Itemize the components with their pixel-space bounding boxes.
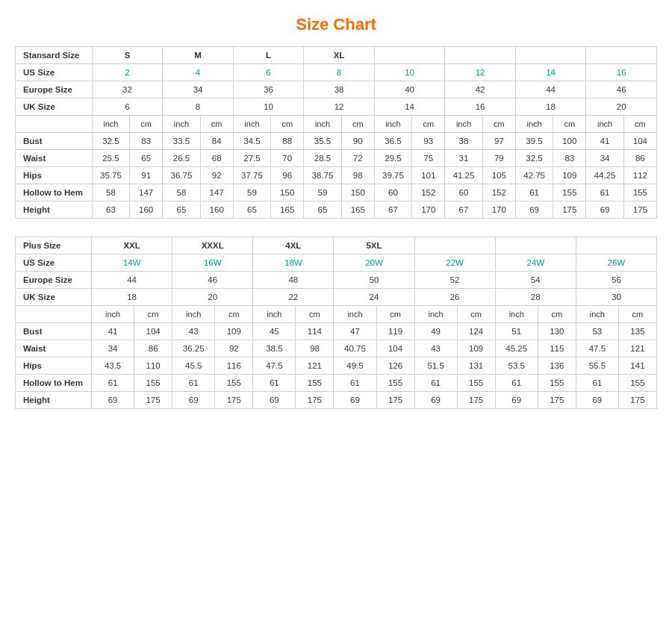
plus-table: Plus Size XXL XXXL 4XL 5XL US Size 14W 1… xyxy=(15,237,657,409)
us-size-label: US Size xyxy=(16,64,93,81)
pho-1: 155 xyxy=(134,375,172,392)
pht-7: 175 xyxy=(376,392,414,409)
pht-11: 175 xyxy=(538,392,576,409)
plus-us-26w: 26W xyxy=(576,254,656,272)
plus-uk-label: UK Size xyxy=(16,289,92,306)
bust-3: 84 xyxy=(200,133,233,150)
waist-1: 65 xyxy=(130,150,163,167)
ph-1: 110 xyxy=(134,357,172,375)
plus-hips-label: Hips xyxy=(16,357,92,375)
pw-7: 104 xyxy=(376,340,414,357)
pht-3: 175 xyxy=(215,392,253,409)
uk-14: 14 xyxy=(374,99,445,116)
plus-eu-56: 56 xyxy=(576,272,656,289)
height-15: 175 xyxy=(623,201,656,219)
uk-20: 20 xyxy=(586,99,657,116)
pht-0: 69 xyxy=(92,392,134,409)
ph-13: 141 xyxy=(618,357,656,375)
pb-8: 49 xyxy=(414,323,457,340)
waist-9: 75 xyxy=(412,150,445,167)
pht-4: 69 xyxy=(253,392,296,409)
hips-15: 112 xyxy=(623,167,656,184)
us-16: 16 xyxy=(586,64,657,81)
pho-11: 155 xyxy=(538,375,576,392)
waist-0: 25.5 xyxy=(92,150,129,167)
plus-us-size-row: US Size 14W 16W 18W 20W 22W 24W 26W xyxy=(16,254,657,272)
pht-12: 69 xyxy=(576,392,618,409)
hollow-8: 60 xyxy=(374,184,411,201)
plus-hollow-label: Hollow to Hem xyxy=(16,375,92,392)
pw-8: 43 xyxy=(414,340,457,357)
bust-7: 90 xyxy=(341,133,374,150)
plus-uk-22: 22 xyxy=(253,289,334,306)
us-14: 14 xyxy=(515,64,586,81)
ph-0: 43.5 xyxy=(92,357,134,375)
pho-10: 61 xyxy=(495,375,538,392)
hollow-15: 155 xyxy=(623,184,656,201)
waist-3: 68 xyxy=(200,150,233,167)
hips-12: 42.75 xyxy=(515,167,553,184)
plus-size-chart: Plus Size XXL XXXL 4XL 5XL US Size 14W 1… xyxy=(15,237,657,409)
eu-32: 32 xyxy=(92,81,163,99)
ph-11: 136 xyxy=(538,357,576,375)
xxl-header: XXL xyxy=(92,237,172,254)
waist-8: 29.5 xyxy=(374,150,411,167)
pb-13: 135 xyxy=(618,323,656,340)
height-13: 175 xyxy=(553,201,586,219)
xl-group-header: XL xyxy=(304,47,375,64)
pw-4: 38.5 xyxy=(253,340,296,357)
height-2: 65 xyxy=(163,201,200,219)
plus-us-16w: 16W xyxy=(172,254,253,272)
waist-row: Waist 25.5 65 26.5 68 27.5 70 28.5 72 29… xyxy=(16,150,657,167)
standard-table: Stansard Size S M L XL US Size 2 4 6 8 1… xyxy=(15,46,657,219)
waist-11: 79 xyxy=(482,150,515,167)
uk-size-label: UK Size xyxy=(16,99,93,116)
plus-eu-52: 52 xyxy=(414,272,495,289)
bust-15: 104 xyxy=(623,133,656,150)
eu-46: 46 xyxy=(586,81,657,99)
pht-1: 175 xyxy=(134,392,172,409)
height-7: 165 xyxy=(341,201,374,219)
pb-6: 47 xyxy=(334,323,376,340)
us-2: 2 xyxy=(92,64,163,81)
uk-size-row: UK Size 6 8 10 12 14 16 18 20 xyxy=(16,99,657,116)
unit-10: inch xyxy=(445,116,482,133)
plus-waist-label: Waist xyxy=(16,340,92,357)
hips-8: 39.75 xyxy=(374,167,411,184)
waist-5: 70 xyxy=(271,150,304,167)
uk-8: 8 xyxy=(163,99,234,116)
plus-unit-2: inch xyxy=(172,306,215,323)
plus-unit-1: cm xyxy=(134,306,172,323)
pb-10: 51 xyxy=(495,323,538,340)
ph-3: 116 xyxy=(215,357,253,375)
hips-6: 38.75 xyxy=(304,167,341,184)
pht-6: 69 xyxy=(334,392,376,409)
pw-11: 115 xyxy=(538,340,576,357)
waist-7: 72 xyxy=(341,150,374,167)
uk-12: 12 xyxy=(304,99,375,116)
bust-4: 34.5 xyxy=(233,133,270,150)
uk-18: 18 xyxy=(515,99,586,116)
plus-unit-5: cm xyxy=(296,306,334,323)
height-11: 170 xyxy=(482,201,515,219)
pb-7: 119 xyxy=(376,323,414,340)
standard-size-chart: Stansard Size S M L XL US Size 2 4 6 8 1… xyxy=(15,46,657,219)
plus-waist-row: Waist 34 86 36.25 92 38.5 98 40.75 104 4… xyxy=(16,340,657,357)
pw-10: 45.25 xyxy=(495,340,538,357)
page-title: Size Chart xyxy=(15,15,657,34)
pb-11: 130 xyxy=(538,323,576,340)
bust-0: 32.5 xyxy=(92,133,129,150)
ph-9: 131 xyxy=(457,357,495,375)
plus-unit-10: inch xyxy=(495,306,538,323)
hollow-10: 60 xyxy=(445,184,482,201)
plus-unit-0: inch xyxy=(92,306,134,323)
pho-5: 155 xyxy=(296,375,334,392)
pb-4: 45 xyxy=(253,323,296,340)
pb-12: 53 xyxy=(576,323,618,340)
pw-5: 98 xyxy=(296,340,334,357)
hips-1: 91 xyxy=(130,167,163,184)
pw-6: 40.75 xyxy=(334,340,376,357)
plus-height-label: Height xyxy=(16,392,92,409)
bust-5: 88 xyxy=(271,133,304,150)
plus-us-20w: 20W xyxy=(334,254,414,272)
